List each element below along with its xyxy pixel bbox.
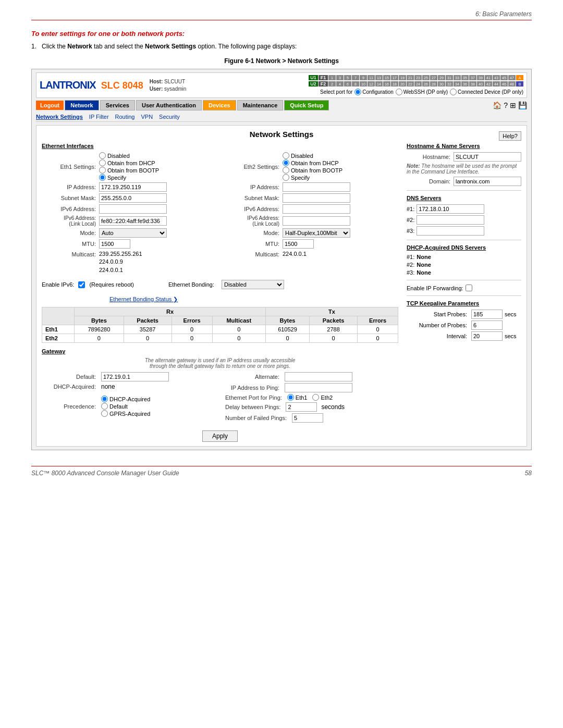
port-43[interactable]: 43 — [493, 75, 500, 80]
gateway-delay-input[interactable] — [286, 402, 317, 412]
port-46[interactable]: 46 — [500, 81, 508, 87]
port-27[interactable]: 27 — [430, 75, 437, 80]
port-7[interactable]: 7 — [352, 75, 359, 80]
eth1-subnet-input[interactable] — [99, 193, 167, 203]
tcp-num-input[interactable] — [471, 320, 503, 330]
eth1-mtu-input[interactable] — [99, 239, 130, 249]
port-39[interactable]: 39 — [477, 75, 484, 80]
port-13[interactable]: 13 — [375, 75, 383, 80]
port-10[interactable]: 10 — [360, 81, 367, 87]
eth-ping-eth2[interactable]: Eth2 — [312, 394, 333, 401]
port-47[interactable]: 47 — [508, 75, 516, 80]
port-26[interactable]: 26 — [422, 81, 430, 87]
tcp-interval-input[interactable] — [471, 331, 503, 341]
gateway-alternate-input[interactable] — [285, 372, 352, 381]
port-8[interactable]: 8 — [352, 81, 359, 87]
subnav-ip-filter[interactable]: IP Filter — [89, 114, 109, 120]
port-15[interactable]: 15 — [383, 75, 390, 80]
eth2-disabled[interactable]: Disabled — [283, 152, 342, 159]
save-icon[interactable]: 💾 — [518, 101, 527, 109]
port-17[interactable]: 17 — [391, 75, 398, 80]
port-6[interactable]: 6 — [344, 81, 351, 87]
dns3-input[interactable] — [417, 226, 484, 236]
port-29[interactable]: 29 — [438, 75, 445, 80]
tab-services[interactable]: Services — [100, 100, 135, 110]
eth1-mode-select[interactable]: Auto — [99, 228, 167, 238]
gateway-default-input[interactable] — [101, 372, 169, 381]
port-16[interactable]: 16 — [383, 81, 390, 87]
port-a[interactable]: A — [516, 75, 523, 80]
port-14[interactable]: 14 — [375, 81, 383, 87]
eth1-ipv6-link-input[interactable] — [99, 216, 167, 226]
apply-button[interactable]: Apply — [202, 430, 238, 442]
eth2-ip-input[interactable] — [283, 182, 350, 192]
logout-button[interactable]: Logout — [36, 101, 64, 110]
port-40[interactable]: 40 — [477, 81, 484, 87]
radio-connected[interactable]: Connected Device (DP only) — [450, 89, 523, 95]
port-36[interactable]: 36 — [461, 81, 469, 87]
eth2-bootp[interactable]: Obtain from BOOTP — [283, 167, 342, 174]
bonding-status-link[interactable]: Ethernet Bonding Status ❯ — [109, 296, 178, 302]
prec-gprs[interactable]: GPRS-Acquired — [101, 410, 150, 417]
radio-webssh[interactable]: WebSSH (DP only) — [396, 89, 448, 95]
ip-forwarding-checkbox[interactable] — [466, 285, 472, 291]
dns1-input[interactable] — [417, 204, 484, 214]
port-44[interactable]: 44 — [493, 81, 500, 87]
port-24[interactable]: 24 — [414, 81, 422, 87]
port-b[interactable]: B — [516, 81, 523, 87]
eth1-specify[interactable]: Specify — [99, 174, 159, 181]
gateway-failed-input[interactable] — [292, 413, 323, 423]
dns2-input[interactable] — [417, 215, 484, 225]
domain-input[interactable] — [454, 177, 521, 186]
port-42[interactable]: 42 — [485, 81, 492, 87]
bonding-select[interactable]: Disabled — [222, 280, 284, 289]
eth2-mode-select[interactable]: Half-Duplex,100Mbit — [283, 228, 350, 238]
port-38[interactable]: 38 — [469, 81, 476, 87]
prec-default[interactable]: Default — [101, 403, 150, 410]
port-25[interactable]: 25 — [422, 75, 430, 80]
port-9[interactable]: 9 — [360, 75, 367, 80]
port-22[interactable]: 22 — [407, 81, 414, 87]
gateway-ip-ping-input[interactable] — [285, 383, 352, 392]
eth1-dhcp[interactable]: Obtain from DHCP — [99, 159, 159, 166]
eth1-bootp[interactable]: Obtain from BOOTP — [99, 167, 159, 174]
help-button[interactable]: Help? — [499, 131, 521, 141]
tab-user-authentication[interactable]: User Authentication — [136, 100, 202, 110]
port-2[interactable]: 2 — [328, 81, 336, 87]
port-23[interactable]: 23 — [414, 75, 422, 80]
eth2-specify[interactable]: Specify — [283, 174, 342, 181]
eth1-ipv6-input[interactable] — [99, 204, 167, 214]
subnav-network-settings[interactable]: Network Settings — [36, 114, 83, 120]
port-35[interactable]: 35 — [461, 75, 469, 80]
port-32[interactable]: 32 — [446, 81, 453, 87]
port-5[interactable]: 5 — [344, 75, 351, 80]
port-34[interactable]: 34 — [454, 81, 461, 87]
port-3[interactable]: 3 — [336, 75, 344, 80]
port-21[interactable]: 21 — [407, 75, 414, 80]
eth2-ipv6-input[interactable] — [283, 204, 350, 214]
port-11[interactable]: 11 — [368, 75, 375, 80]
subnav-routing[interactable]: Routing — [115, 114, 135, 120]
hostname-input[interactable] — [454, 152, 521, 162]
port-41[interactable]: 41 — [485, 75, 492, 80]
eth2-dhcp[interactable]: Obtain from DHCP — [283, 159, 342, 166]
eth2-ipv6-link-input[interactable] — [283, 216, 350, 226]
port-20[interactable]: 20 — [399, 81, 406, 87]
help-icon[interactable]: ? — [504, 101, 508, 109]
port-12[interactable]: 12 — [368, 81, 375, 87]
port-19[interactable]: 19 — [399, 75, 406, 80]
port-18[interactable]: 18 — [391, 81, 398, 87]
grid-icon[interactable]: ⊞ — [510, 101, 516, 109]
tab-quick-setup[interactable]: Quick Setup — [284, 100, 329, 110]
port-1[interactable]: 1 — [328, 75, 336, 80]
port-30[interactable]: 30 — [438, 81, 445, 87]
ipv6-enable-checkbox[interactable] — [78, 281, 85, 288]
eth2-subnet-input[interactable] — [283, 193, 350, 203]
port-33[interactable]: 33 — [454, 75, 461, 80]
port-37[interactable]: 37 — [469, 75, 476, 80]
port-31[interactable]: 31 — [446, 75, 453, 80]
tab-devices[interactable]: Devices — [203, 100, 236, 110]
radio-config[interactable]: Configuration — [354, 89, 393, 95]
subnav-security[interactable]: Security — [159, 114, 180, 120]
tab-network[interactable]: Network — [65, 100, 99, 110]
